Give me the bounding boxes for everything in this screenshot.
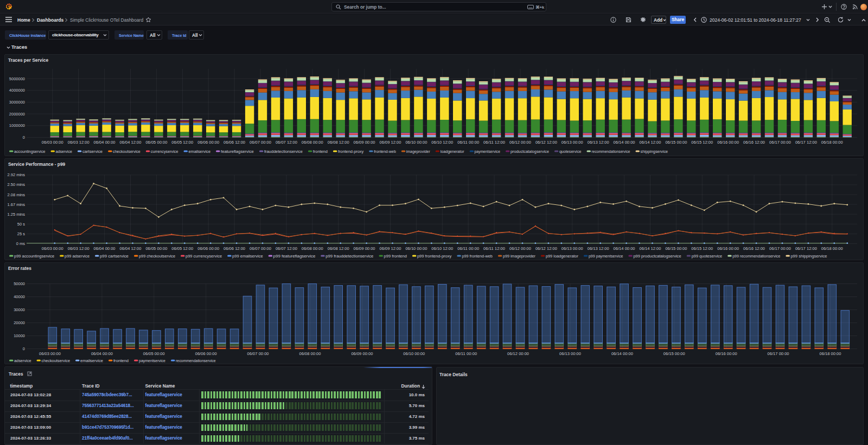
svg-text:p99 adservice: p99 adservice xyxy=(65,254,90,259)
svg-text:06/18 00:00: 06/18 00:00 xyxy=(821,140,843,145)
svg-text:Traces per Service: Traces per Service xyxy=(8,57,48,63)
svg-text:p99 loadgenerator: p99 loadgenerator xyxy=(546,254,579,259)
svg-text:06/09 00:00: 06/09 00:00 xyxy=(351,351,373,356)
svg-text:recommendationservice: recommendationservice xyxy=(176,358,216,363)
svg-text:06/08 00:00: 06/08 00:00 xyxy=(299,351,321,356)
svg-text:accountingservice: accountingservice xyxy=(14,149,46,154)
svg-text:emailservice: emailservice xyxy=(80,358,103,363)
svg-text:06/07 12:00: 06/07 12:00 xyxy=(276,140,297,145)
svg-text:06/15 12:00: 06/15 12:00 xyxy=(691,246,713,251)
svg-text:featureflagservice: featureflagservice xyxy=(221,149,254,154)
svg-text:06/09 12:00: 06/09 12:00 xyxy=(380,246,401,251)
svg-text:p99 imageprovider: p99 imageprovider xyxy=(503,254,536,259)
svg-text:productcatalogservice: productcatalogservice xyxy=(510,149,549,154)
svg-text:06/15 00:00: 06/15 00:00 xyxy=(665,140,687,145)
svg-text:2.92 mins: 2.92 mins xyxy=(7,172,25,177)
svg-text:p99 frontend: p99 frontend xyxy=(384,254,407,259)
svg-text:06/16 12:00: 06/16 12:00 xyxy=(743,246,765,251)
svg-text:06/11 00:00: 06/11 00:00 xyxy=(457,140,479,145)
svg-text:p99 quoteservice: p99 quoteservice xyxy=(692,254,723,259)
svg-text:p99 frontend-web: p99 frontend-web xyxy=(462,254,493,259)
svg-text:06/03 00:00: 06/03 00:00 xyxy=(42,140,63,145)
svg-text:06/09 12:00: 06/09 12:00 xyxy=(380,140,401,145)
svg-text:frontend: frontend xyxy=(313,149,328,154)
svg-text:06/08 12:00: 06/08 12:00 xyxy=(328,246,349,251)
svg-text:06/11 00:00: 06/11 00:00 xyxy=(457,246,479,251)
svg-text:currencyservice: currencyservice xyxy=(151,149,178,154)
svg-text:p99 recommendationservice: p99 recommendationservice xyxy=(732,254,780,259)
svg-text:06/17 00:00: 06/17 00:00 xyxy=(769,140,791,145)
svg-text:06/15 12:00: 06/15 12:00 xyxy=(691,140,713,145)
svg-text:06/06 00:00: 06/06 00:00 xyxy=(197,246,219,251)
svg-text:06/04 12:00: 06/04 12:00 xyxy=(120,140,142,145)
svg-text:06/10 12:00: 06/10 12:00 xyxy=(431,246,453,251)
svg-text:06/12 00:00: 06/12 00:00 xyxy=(509,140,531,145)
svg-text:adservice: adservice xyxy=(14,358,31,363)
svg-text:p99 emailservice: p99 emailservice xyxy=(232,254,263,259)
svg-text:06/13 12:00: 06/13 12:00 xyxy=(588,246,609,251)
svg-text:06/06 00:00: 06/06 00:00 xyxy=(195,351,217,356)
svg-text:06/05 00:00: 06/05 00:00 xyxy=(145,246,167,251)
svg-text:Error rates: Error rates xyxy=(8,266,31,271)
svg-text:frontend-proxy: frontend-proxy xyxy=(338,149,364,154)
svg-text:06/13 00:00: 06/13 00:00 xyxy=(559,351,581,356)
svg-text:50 s: 50 s xyxy=(17,222,25,227)
svg-text:06/17 12:00: 06/17 12:00 xyxy=(795,140,817,145)
svg-text:06/16 00:00: 06/16 00:00 xyxy=(717,140,739,145)
svg-text:06/08 00:00: 06/08 00:00 xyxy=(302,246,323,251)
svg-text:frauddetectionservice: frauddetectionservice xyxy=(264,149,303,154)
svg-text:0 ms: 0 ms xyxy=(16,241,25,246)
svg-text:06/11 00:00: 06/11 00:00 xyxy=(455,351,477,356)
svg-text:1.67 mins: 1.67 mins xyxy=(7,202,25,207)
svg-text:3000000: 3000000 xyxy=(9,100,25,105)
svg-text:06/10 12:00: 06/10 12:00 xyxy=(431,140,453,145)
svg-text:06/03 00:00: 06/03 00:00 xyxy=(39,351,61,356)
svg-text:06/08 00:00: 06/08 00:00 xyxy=(302,140,323,145)
svg-text:06/14 12:00: 06/14 12:00 xyxy=(640,140,661,145)
svg-text:06/04 00:00: 06/04 00:00 xyxy=(94,246,116,251)
svg-text:06/10 00:00: 06/10 00:00 xyxy=(405,140,427,145)
svg-text:06/16 00:00: 06/16 00:00 xyxy=(716,351,737,356)
svg-text:emailservice: emailservice xyxy=(189,149,211,154)
svg-text:06/05 00:00: 06/05 00:00 xyxy=(145,140,167,145)
svg-text:06/12 12:00: 06/12 12:00 xyxy=(535,246,557,251)
svg-text:06/11 12:00: 06/11 12:00 xyxy=(483,246,505,251)
svg-text:p99 cartservice: p99 cartservice xyxy=(100,254,129,259)
svg-text:Service Performance - p99: Service Performance - p99 xyxy=(8,162,66,167)
svg-text:10000: 10000 xyxy=(14,333,25,338)
svg-text:1.25 mins: 1.25 mins xyxy=(7,212,25,217)
svg-text:06/03 12:00: 06/03 12:00 xyxy=(68,246,90,251)
svg-text:06/07 12:00: 06/07 12:00 xyxy=(276,246,297,251)
svg-text:p99 checkoutservice: p99 checkoutservice xyxy=(139,254,175,259)
svg-text:06/16 00:00: 06/16 00:00 xyxy=(717,246,739,251)
svg-text:checkoutservice: checkoutservice xyxy=(113,149,141,154)
svg-text:06/07 00:00: 06/07 00:00 xyxy=(250,246,271,251)
svg-text:06/13 00:00: 06/13 00:00 xyxy=(561,246,583,251)
svg-text:p99 shippingservice: p99 shippingservice xyxy=(790,254,827,259)
svg-text:06/09 00:00: 06/09 00:00 xyxy=(354,140,375,145)
svg-text:5000000: 5000000 xyxy=(9,76,25,81)
svg-text:p99 productcatalogservice: p99 productcatalogservice xyxy=(633,254,681,259)
svg-text:06/13 00:00: 06/13 00:00 xyxy=(561,140,583,145)
svg-text:p99 featureflagservice: p99 featureflagservice xyxy=(273,254,316,259)
svg-text:p99 currencyservice: p99 currencyservice xyxy=(186,254,222,259)
svg-text:p99 paymentservice: p99 paymentservice xyxy=(589,254,623,259)
svg-text:p99 frontend-proxy: p99 frontend-proxy xyxy=(417,254,452,259)
svg-text:2000000: 2000000 xyxy=(9,112,25,117)
svg-text:06/12 00:00: 06/12 00:00 xyxy=(507,351,529,356)
svg-text:frontend: frontend xyxy=(113,358,129,363)
svg-text:06/06 12:00: 06/06 12:00 xyxy=(224,246,245,251)
svg-text:4000000: 4000000 xyxy=(9,88,25,93)
svg-text:loadgenerator: loadgenerator xyxy=(441,149,464,154)
svg-text:06/15 00:00: 06/15 00:00 xyxy=(663,351,685,356)
svg-text:06/18 00:00: 06/18 00:00 xyxy=(820,351,841,356)
svg-text:0: 0 xyxy=(23,346,25,351)
svg-text:06/04 00:00: 06/04 00:00 xyxy=(94,140,116,145)
svg-text:06/18 00:00: 06/18 00:00 xyxy=(821,246,843,251)
svg-text:checkoutservice: checkoutservice xyxy=(42,358,71,363)
svg-text:p99 frauddetectionservice: p99 frauddetectionservice xyxy=(326,254,373,259)
svg-text:06/06 12:00: 06/06 12:00 xyxy=(224,140,245,145)
svg-text:40000: 40000 xyxy=(14,294,25,299)
svg-text:06/04 00:00: 06/04 00:00 xyxy=(91,351,113,356)
svg-text:06/10 00:00: 06/10 00:00 xyxy=(405,246,427,251)
